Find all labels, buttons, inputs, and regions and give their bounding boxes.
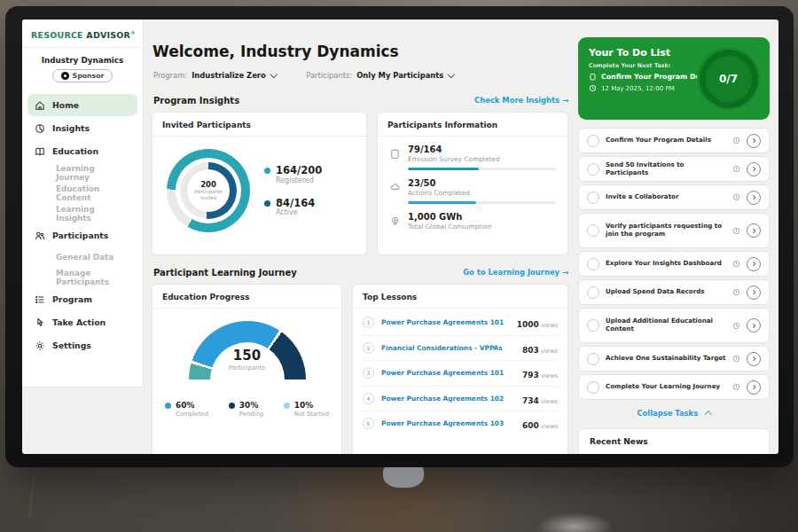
- lesson-views-label: views: [541, 372, 558, 379]
- book-icon: [35, 146, 45, 157]
- task-row[interactable]: Upload Additional Educational Content: [578, 308, 770, 343]
- chevron-down-icon: [448, 70, 455, 77]
- task-checkbox[interactable]: [587, 381, 599, 394]
- task-checkbox[interactable]: [587, 163, 599, 176]
- lesson-row[interactable]: 4 Power Purchase Agreements 102 734views: [363, 387, 558, 412]
- task-checkbox[interactable]: [587, 353, 599, 365]
- task-row[interactable]: Achieve One Sustainability Target: [578, 346, 770, 372]
- clock-icon: [732, 193, 740, 201]
- clock-icon: [732, 260, 740, 268]
- task-go-button[interactable]: [747, 162, 761, 176]
- lesson-link[interactable]: Power Purchase Agreements 102: [381, 395, 515, 403]
- task-go-button[interactable]: [747, 380, 761, 395]
- logo-secondary: ADVISOR: [86, 30, 130, 40]
- logo-primary: RESOURCE: [31, 30, 83, 40]
- sponsor-badge: Sponsor: [52, 69, 113, 82]
- task-go-button[interactable]: [747, 134, 761, 148]
- task-row[interactable]: Upload Spend Data Records: [578, 279, 770, 305]
- task-row[interactable]: Complete Your Learning Journey: [578, 374, 770, 400]
- stat-label: Actions Completed: [408, 189, 470, 197]
- stat-value: 23/50: [408, 178, 470, 189]
- legend-value: 84/164: [276, 198, 315, 209]
- task-label: Invite a Collaborator: [606, 193, 726, 201]
- lesson-row[interactable]: 2 Financial Considerations - VPPAs 803vi…: [363, 336, 558, 362]
- legend-value: 60%: [176, 401, 208, 411]
- task-go-button[interactable]: [747, 191, 761, 205]
- sidebar-nav: Home Insights Education Learning Journey: [22, 91, 143, 359]
- legend-label: Pending: [239, 411, 263, 418]
- lesson-row[interactable]: 1 Power Purchase Agreements 101 1000view…: [363, 310, 558, 336]
- program-select[interactable]: Program:Industrialize Zero: [153, 71, 276, 80]
- lesson-row[interactable]: 5 Power Purchase Agreements 103 600views: [363, 411, 558, 436]
- lesson-views: 793: [522, 371, 539, 379]
- task-row[interactable]: Verify participants requesting to join t…: [578, 213, 770, 248]
- sidebar-item-education-content[interactable]: Education Content: [27, 184, 137, 203]
- app-logo: RESOURCE ADVISOR+: [22, 20, 143, 48]
- todo-progress-value: 0/7: [719, 73, 738, 85]
- task-row[interactable]: Confirm Your Program Details: [578, 128, 770, 153]
- task-checkbox[interactable]: [587, 286, 599, 299]
- logo-plus: +: [130, 29, 136, 36]
- top-lessons-card: Top Lessons 1 Power Purchase Agreements …: [352, 284, 568, 454]
- task-checkbox[interactable]: [587, 135, 599, 147]
- stat-label: Emission Survey Completed: [408, 155, 500, 163]
- sidebar-item-settings[interactable]: Settings: [27, 334, 137, 356]
- invited-participants-body: 200 Participants Invited 164/200 Registe…: [153, 137, 366, 241]
- lesson-link[interactable]: Power Purchase Agreements 101: [381, 369, 515, 377]
- sidebar-item-general-data[interactable]: General Data: [27, 247, 137, 267]
- task-go-button[interactable]: [747, 318, 761, 332]
- program-select-label: Program:: [153, 71, 187, 80]
- collapse-tasks-link[interactable]: Collapse Tasks: [578, 409, 770, 418]
- lesson-rank: 2: [363, 342, 374, 354]
- legend-label: Not Started: [294, 411, 329, 418]
- chevron-right-icon: [751, 384, 757, 390]
- sidebar-item-education[interactable]: Education: [27, 140, 137, 162]
- task-row[interactable]: Explore Your Insights Dashboard: [578, 251, 770, 277]
- emission-survey-progress-bar: [408, 168, 556, 170]
- lesson-link[interactable]: Power Purchase Agreements 103: [381, 419, 515, 427]
- sidebar-item-learning-journey[interactable]: Learning Journey: [27, 163, 137, 183]
- lesson-views: 734: [522, 396, 539, 405]
- sidebar-item-manage-participants[interactable]: Manage Participants: [27, 268, 137, 287]
- sidebar-item-insights[interactable]: Insights: [27, 117, 137, 139]
- link-text: Collapse Tasks: [637, 409, 698, 418]
- stat-value: 1,000 GWh: [408, 212, 491, 223]
- task-row[interactable]: Send 50 Invitations to Participants: [578, 156, 770, 182]
- legend-item-pending: 30% Pending: [229, 401, 263, 418]
- card-title: Education Progress: [153, 285, 341, 309]
- task-checkbox[interactable]: [587, 224, 599, 237]
- task-checkbox[interactable]: [587, 192, 599, 204]
- sidebar-item-take-action[interactable]: Take Action: [27, 311, 137, 333]
- chevron-right-icon: [751, 228, 757, 234]
- legend-label: Registered: [276, 176, 322, 184]
- chevron-up-icon: [705, 411, 712, 418]
- participants-select[interactable]: Participants:Only My Participants: [306, 71, 454, 80]
- education-progress-gauge-chart: 150 Participants: [153, 321, 341, 390]
- sidebar-item-learning-insights[interactable]: Learning Insights: [27, 204, 137, 223]
- chevron-right-icon: [751, 137, 757, 144]
- lesson-link[interactable]: Power Purchase Agreements 101: [381, 318, 510, 326]
- actions-icon: [389, 182, 401, 193]
- task-label: Explore Your Insights Dashboard: [606, 260, 726, 268]
- check-more-insights-link[interactable]: Check More Insights →: [426, 96, 568, 105]
- sidebar-item-label: Education: [52, 146, 98, 156]
- lesson-row[interactable]: 3 Power Purchase Agreements 101 793views: [363, 361, 558, 387]
- legend-value: 30%: [239, 401, 263, 411]
- task-go-button[interactable]: [747, 286, 761, 300]
- stat-emission-survey: 79/164 Emission Survey Completed: [389, 145, 556, 163]
- task-go-button[interactable]: [747, 352, 761, 366]
- legend-value: 164/200: [276, 165, 322, 176]
- task-checkbox[interactable]: [587, 258, 599, 270]
- gauge-center-label: Participants: [153, 364, 341, 372]
- go-to-learning-journey-link[interactable]: Go to Learning Journey →: [426, 268, 568, 277]
- sidebar-item-home[interactable]: Home: [27, 94, 137, 116]
- sidebar-item-participants[interactable]: Participants: [27, 224, 137, 246]
- task-checkbox[interactable]: [587, 319, 599, 332]
- task-go-button[interactable]: [747, 257, 761, 271]
- task-row[interactable]: Invite a Collaborator: [578, 184, 770, 210]
- task-go-button[interactable]: [747, 223, 761, 238]
- sidebar-item-label: Manage Participants: [56, 269, 130, 286]
- lesson-link[interactable]: Financial Considerations - VPPAs: [381, 344, 515, 352]
- chevron-right-icon: [751, 356, 757, 362]
- sidebar-item-program[interactable]: Program: [27, 288, 137, 310]
